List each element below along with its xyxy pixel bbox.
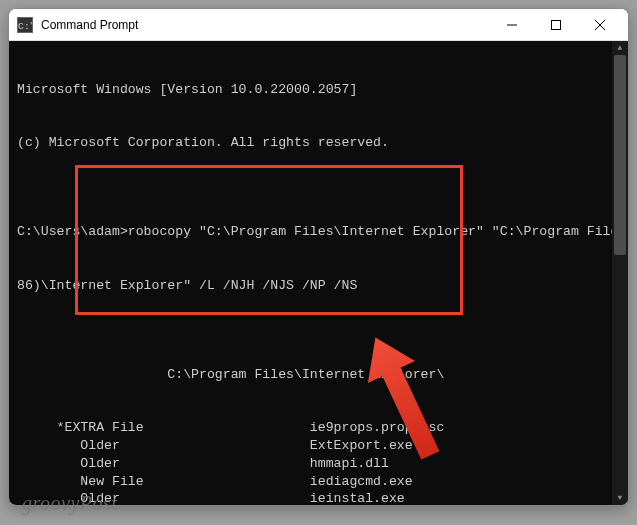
close-button[interactable] xyxy=(578,10,622,40)
titlebar[interactable]: C:\ Command Prompt xyxy=(9,9,628,41)
terminal-area[interactable]: Microsoft Windows [Version 10.0.22000.20… xyxy=(9,41,628,505)
scrollbar[interactable]: ▲ ▼ xyxy=(612,41,628,505)
svg-rect-2 xyxy=(552,20,561,29)
output-row: Older ExtExport.exe xyxy=(17,437,620,455)
command-line-1: C:\Users\adam>robocopy "C:\Program Files… xyxy=(17,223,620,241)
command-prompt-window: C:\ Command Prompt Microsoft Windows [Ve… xyxy=(8,8,629,506)
output-row: *EXTRA File ie9props.propdesc xyxy=(17,419,620,437)
version-line: Microsoft Windows [Version 10.0.22000.20… xyxy=(17,81,620,99)
copyright-line: (c) Microsoft Corporation. All rights re… xyxy=(17,134,620,152)
cmd-icon: C:\ xyxy=(17,17,33,33)
scrollbar-thumb[interactable] xyxy=(614,55,626,255)
output-header: C:\Program Files\Internet Explorer\ xyxy=(17,366,620,384)
scroll-up-icon[interactable]: ▲ xyxy=(612,41,628,55)
output-row: Older hmmapi.dll xyxy=(17,455,620,473)
output-row: New File iediagcmd.exe xyxy=(17,473,620,491)
window-title: Command Prompt xyxy=(41,18,490,32)
maximize-button[interactable] xyxy=(534,10,578,40)
watermark: groovyPost xyxy=(22,492,117,515)
command-line-2: 86)\Internet Explorer" /L /NJH /NJS /NP … xyxy=(17,277,620,295)
svg-text:C:\: C:\ xyxy=(18,21,32,32)
scroll-down-icon[interactable]: ▼ xyxy=(612,491,628,505)
minimize-button[interactable] xyxy=(490,10,534,40)
